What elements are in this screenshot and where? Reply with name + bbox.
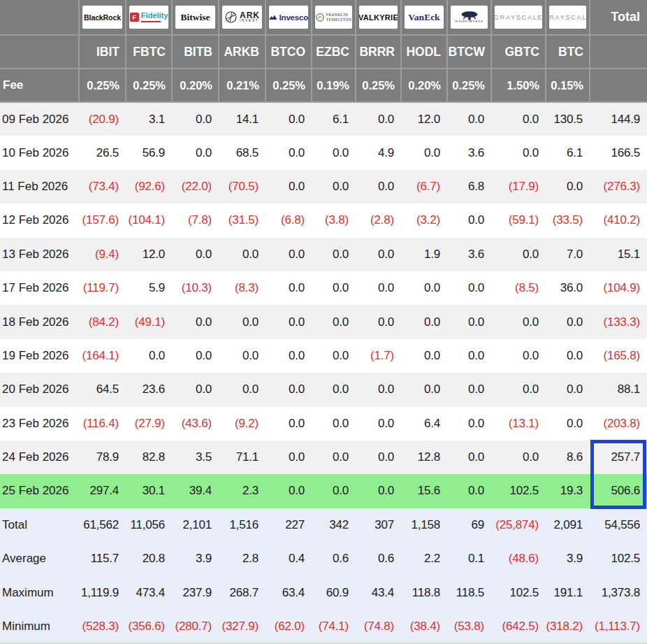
flow-cell[interactable]: 0.0 <box>356 373 401 406</box>
flow-cell[interactable]: 36.0 <box>546 271 590 305</box>
flow-cell[interactable]: 0.0 <box>266 441 312 474</box>
flow-cell[interactable]: 0.0 <box>491 339 546 373</box>
flow-cell[interactable]: (22.0) <box>172 170 219 203</box>
summary-flow-cell[interactable]: (25,874) <box>491 508 546 542</box>
flow-cell[interactable]: (119.7) <box>79 271 126 305</box>
flow-cell[interactable]: 0.0 <box>491 136 546 169</box>
flow-cell[interactable]: 0.0 <box>126 339 172 373</box>
flow-cell[interactable]: 0.0 <box>546 170 590 203</box>
flow-cell[interactable]: 0.0 <box>546 339 590 373</box>
flow-cell[interactable]: 0.0 <box>312 170 356 203</box>
flow-cell[interactable]: 0.0 <box>172 373 219 406</box>
flow-cell[interactable]: 0.0 <box>546 305 590 338</box>
flow-cell[interactable]: 0.0 <box>219 339 266 373</box>
flow-cell[interactable]: 5.9 <box>126 271 172 305</box>
flow-cell[interactable]: (164.1) <box>79 339 126 373</box>
date-cell[interactable]: 19 Feb 2026 <box>0 339 79 373</box>
flow-cell[interactable]: 0.0 <box>266 102 312 136</box>
flow-cell[interactable]: 78.9 <box>79 441 126 474</box>
flow-cell[interactable]: 0.0 <box>172 305 219 338</box>
flow-cell[interactable]: 3.1 <box>126 102 172 136</box>
summary-flow-cell[interactable]: (642.5) <box>491 610 546 643</box>
summary-total-cell[interactable]: 1,373.8 <box>590 575 647 609</box>
flow-cell[interactable]: 0.0 <box>312 474 356 508</box>
summary-flow-cell[interactable]: 43.4 <box>356 575 401 609</box>
flow-cell[interactable]: (92.6) <box>126 170 172 203</box>
flow-cell[interactable]: 82.8 <box>126 441 172 474</box>
flow-cell[interactable]: 0.0 <box>266 136 312 169</box>
flow-cell[interactable]: 15.6 <box>401 474 447 508</box>
flow-cell[interactable]: (31.5) <box>219 203 266 237</box>
flow-cell[interactable]: 0.0 <box>312 238 356 271</box>
flow-cell[interactable]: 0.0 <box>447 474 491 508</box>
summary-flow-cell[interactable]: 3.9 <box>172 542 219 575</box>
flow-cell[interactable]: (73.4) <box>79 170 126 203</box>
flow-cell[interactable]: (27.9) <box>126 407 172 441</box>
flow-cell[interactable]: 0.0 <box>266 474 312 508</box>
flow-cell[interactable]: (49.1) <box>126 305 172 338</box>
flow-cell[interactable]: 0.0 <box>356 407 401 441</box>
date-cell[interactable]: 24 Feb 2026 <box>0 441 79 474</box>
flow-cell[interactable]: 68.5 <box>219 136 266 169</box>
flow-cell[interactable]: 0.0 <box>312 441 356 474</box>
flow-cell[interactable]: 0.0 <box>172 102 219 136</box>
summary-flow-cell[interactable]: 63.4 <box>266 575 312 609</box>
summary-flow-cell[interactable]: 102.5 <box>491 575 546 609</box>
flow-cell[interactable]: 0.0 <box>491 373 546 406</box>
summary-label[interactable]: Average <box>0 542 79 575</box>
flow-cell[interactable]: 0.0 <box>546 373 590 406</box>
summary-flow-cell[interactable]: (280.7) <box>172 610 219 643</box>
flow-cell[interactable]: (104.1) <box>126 203 172 237</box>
date-cell[interactable]: 18 Feb 2026 <box>0 305 79 338</box>
summary-flow-cell[interactable]: 2.8 <box>219 542 266 575</box>
flow-cell[interactable]: 0.0 <box>356 170 401 203</box>
flow-cell[interactable]: (3.8) <box>312 203 356 237</box>
summary-total-cell[interactable]: (1,113.7) <box>590 610 647 643</box>
flow-cell[interactable]: 0.0 <box>312 136 356 169</box>
flow-cell[interactable]: 2.3 <box>219 474 266 508</box>
flow-cell[interactable]: 0.0 <box>172 339 219 373</box>
flow-cell[interactable]: 3.6 <box>447 238 491 271</box>
flow-cell[interactable]: 0.0 <box>356 271 401 305</box>
summary-flow-cell[interactable]: 1,516 <box>219 508 266 542</box>
summary-flow-cell[interactable]: 191.1 <box>546 575 590 609</box>
summary-flow-cell[interactable]: 342 <box>312 508 356 542</box>
flow-cell[interactable]: 0.0 <box>266 373 312 406</box>
flow-cell[interactable]: 0.0 <box>447 305 491 338</box>
summary-flow-cell[interactable]: 0.4 <box>266 542 312 575</box>
flow-cell[interactable]: (8.5) <box>491 271 546 305</box>
flow-cell[interactable]: 0.0 <box>447 407 491 441</box>
total-cell[interactable]: (203.8) <box>590 407 647 441</box>
flow-cell[interactable]: 56.9 <box>126 136 172 169</box>
flow-cell[interactable]: 297.4 <box>79 474 126 508</box>
flow-cell[interactable]: 0.0 <box>312 407 356 441</box>
flow-cell[interactable]: 0.0 <box>266 305 312 338</box>
flow-cell[interactable]: 0.0 <box>312 271 356 305</box>
flow-cell[interactable]: 0.0 <box>447 339 491 373</box>
flow-cell[interactable]: 0.0 <box>401 271 447 305</box>
flow-cell[interactable]: 0.0 <box>266 407 312 441</box>
summary-flow-cell[interactable]: 0.6 <box>312 542 356 575</box>
flow-cell[interactable]: (33.5) <box>546 203 590 237</box>
total-cell[interactable]: (133.3) <box>590 305 647 338</box>
flow-cell[interactable]: 6.4 <box>401 407 447 441</box>
flow-cell[interactable]: (6.7) <box>401 170 447 203</box>
summary-flow-cell[interactable]: (318.2) <box>546 610 590 643</box>
flow-cell[interactable]: (10.3) <box>172 271 219 305</box>
summary-total-cell[interactable]: 102.5 <box>590 542 647 575</box>
flow-cell[interactable]: (20.9) <box>79 102 126 136</box>
summary-flow-cell[interactable]: (38.4) <box>401 610 447 643</box>
date-cell[interactable]: 09 Feb 2026 <box>0 102 79 136</box>
flow-cell[interactable]: 0.0 <box>447 102 491 136</box>
summary-flow-cell[interactable]: 0.1 <box>447 542 491 575</box>
flow-cell[interactable]: 12.8 <box>401 441 447 474</box>
flow-cell[interactable]: 0.0 <box>447 373 491 406</box>
flow-cell[interactable]: 64.5 <box>79 373 126 406</box>
flow-cell[interactable]: (43.6) <box>172 407 219 441</box>
summary-flow-cell[interactable]: 2.2 <box>401 542 447 575</box>
flow-cell[interactable]: 0.0 <box>491 102 546 136</box>
summary-flow-cell[interactable]: 20.8 <box>126 542 172 575</box>
total-cell[interactable]: 144.9 <box>590 102 647 136</box>
flow-cell[interactable]: 3.6 <box>447 136 491 169</box>
flow-cell[interactable]: 102.5 <box>491 474 546 508</box>
